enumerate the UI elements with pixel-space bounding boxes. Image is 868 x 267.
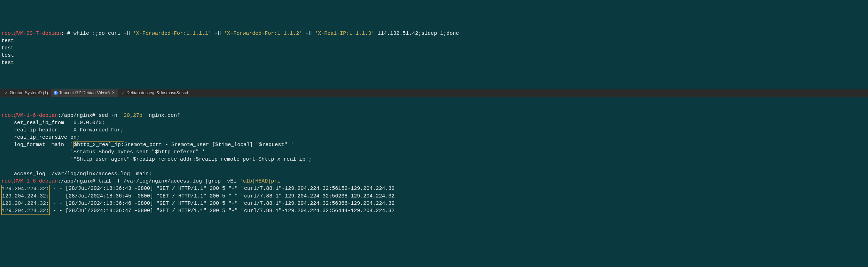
tab-tencent-debian[interactable]: Tencent-GZ-Debian-V4+V6 × [51, 89, 118, 97]
prompt-user-top: root@VM-99-7-debian [1, 31, 61, 37]
highlighted-ip: 129.204.224.32: [1, 200, 50, 207]
nginx-conf-line: '"$http_user_agent"-$realip_remote_addr:… [1, 156, 312, 162]
header-arg-1: 'X-Forwarded-For:1.1.1.1' [133, 31, 211, 37]
output-line: test [1, 60, 14, 66]
tab-label: Tencent-GZ-Debian-V4+V6 [59, 90, 110, 96]
access-log-line: 129.204.224.32: - - [28/Jul/2024:18:36:4… [1, 200, 867, 207]
highlighted-ip: 129.204.224.32: [1, 207, 50, 215]
tab-label: Gentoo-SystemD (1) [10, 90, 48, 96]
nginx-conf-line: real_ip_recursive on; [1, 135, 80, 140]
nginx-conf-line: real_ip_header X-Forwarded-For; [1, 127, 124, 133]
nginx-conf-line: access_log /var/log/nginx/access.log mai… [1, 171, 152, 177]
highlighted-variable: $http_x_real_ip: [73, 141, 124, 148]
access-log-line: 129.204.224.32: - - [28/Jul/2024:18:36:4… [1, 185, 867, 193]
top-terminal[interactable]: root@VM-99-7-debian:~# while :;do curl -… [0, 29, 868, 74]
header-arg-2: 'X-Forwarded-For:1.1.1.2' [224, 31, 302, 37]
prompt-path-bottom: :/app/nginx# [58, 113, 95, 119]
output-line: test [1, 52, 14, 58]
tab-debian-dnscrypt[interactable]: ✓ Debian dnscrypt&dnsmasq&nscd [118, 89, 191, 97]
check-icon: ✓ [121, 91, 125, 95]
nginx-conf-line: set_real_ip_from 0.0.0.0/0; [1, 120, 105, 126]
grep-pattern: 'clb|HEAD|pri' [240, 178, 283, 184]
svg-rect-2 [55, 94, 56, 94]
highlighted-ip: 129.204.224.32: [1, 193, 50, 200]
check-icon: ✓ [4, 91, 8, 95]
tab-bar: ✓ Gentoo-SystemD (1) Tencent-GZ-Debian-V… [0, 89, 868, 97]
warn-icon [54, 91, 58, 95]
access-log-line: 129.204.224.32: - - [28/Jul/2024:18:36:4… [1, 207, 867, 215]
prompt-path-top: :~# [61, 31, 70, 37]
close-icon[interactable]: × [111, 89, 115, 96]
tab-label: Debian dnscrypt&dnsmasq&nscd [126, 90, 188, 96]
cmd-text: while :;do curl -H [70, 31, 133, 37]
access-log-line: 129.204.224.32: - - [28/Jul/2024:18:36:4… [1, 193, 867, 200]
nginx-conf-line: '$status $body_bytes_sent "$http_referer… [1, 149, 205, 155]
tab-gentoo[interactable]: ✓ Gentoo-SystemD (1) [1, 89, 51, 97]
svg-rect-1 [55, 92, 56, 93]
output-line: test [1, 45, 14, 51]
prompt-user-bottom: root@VM-1-6-debian [1, 113, 58, 119]
sed-range: '20,27p' [120, 113, 146, 119]
highlighted-ip: 129.204.224.32: [1, 185, 50, 193]
nginx-conf-line: log_format main '$http_x_real_ip:$remote… [1, 141, 294, 148]
output-line: test [1, 38, 14, 44]
bottom-terminal[interactable]: root@VM-1-6-debian:/app/nginx# sed -n '2… [0, 111, 868, 223]
header-arg-3: 'X-Real-IP:1.1.1.3' [315, 31, 374, 37]
